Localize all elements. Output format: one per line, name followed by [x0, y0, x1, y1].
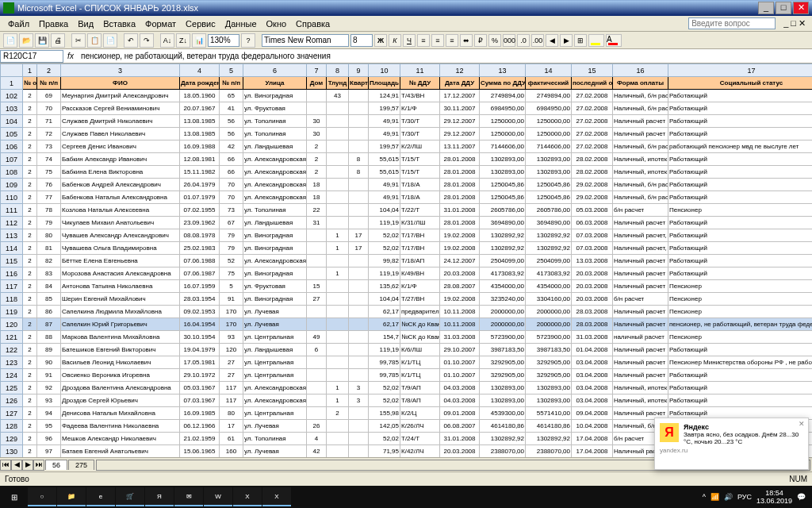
row-header[interactable]: 121 — [1, 331, 23, 344]
row-header[interactable]: 117 — [1, 280, 23, 293]
store-icon[interactable]: 🛒 — [116, 487, 144, 506]
tray-notif-icon[interactable]: 💬 — [797, 493, 806, 501]
row-header[interactable]: 112 — [1, 217, 23, 229]
indent-dec-icon[interactable]: ◀ — [546, 34, 558, 47]
explorer-icon[interactable]: 📁 — [57, 487, 86, 506]
menu-insert[interactable]: Вставка — [98, 19, 140, 29]
table-row[interactable]: 102269Меунаргия Дмитрий Александрович18.… — [1, 90, 813, 102]
dec-inc-icon[interactable]: .0 — [517, 34, 530, 47]
table-row[interactable]: 111278Козлова Наталья Алексеевна07.02.19… — [1, 204, 813, 217]
table-row[interactable]: 106273Сергеев Денис Иванович16.09.198842… — [1, 140, 813, 153]
table-row[interactable]: 121288Маркова Валентина Михайловна30.10.… — [1, 331, 813, 344]
row-header[interactable]: 115 — [1, 255, 23, 267]
row-header[interactable]: 110 — [1, 191, 23, 204]
cortana-icon[interactable]: ○ — [28, 487, 56, 506]
table-row[interactable]: 115282Бёттке Елена Евгеньевна07.06.19885… — [1, 255, 813, 267]
mail-icon[interactable]: ✉ — [174, 487, 203, 506]
menu-window[interactable]: Окно — [262, 19, 292, 29]
text-color-icon[interactable]: A — [606, 34, 622, 47]
currency-icon[interactable]: ₽ — [474, 34, 487, 47]
fx-icon[interactable]: fx — [63, 52, 78, 60]
tray-volume-icon[interactable]: 🔊 — [724, 493, 733, 501]
row-header[interactable]: 102 — [1, 90, 23, 102]
row-header[interactable]: 105 — [1, 128, 23, 140]
word-icon[interactable]: W — [204, 487, 232, 506]
sort-asc-icon[interactable]: A↓ — [160, 33, 174, 48]
fill-color-icon[interactable] — [588, 34, 604, 47]
borders-icon[interactable]: ⊞ — [574, 34, 587, 47]
excel2-icon[interactable]: X — [262, 487, 291, 506]
table-row[interactable]: 107274Бабкин Александр Иванович12.08.198… — [1, 153, 813, 166]
worksheet-grid[interactable]: 1234567891011121314151617 1№ очеред№ п/п… — [0, 64, 812, 457]
start-button[interactable]: ⊞ — [2, 487, 27, 506]
tray-network-icon[interactable]: 📶 — [710, 493, 719, 501]
cut-icon[interactable]: ✂ — [71, 33, 86, 48]
sheet-nav-first[interactable]: ⏮ — [0, 460, 11, 471]
sheet-tab[interactable]: 275 — [68, 460, 94, 470]
align-left-icon[interactable]: ≡ — [417, 34, 430, 47]
row-header[interactable]: 120 — [1, 318, 23, 331]
redo-icon[interactable]: ↷ — [140, 33, 154, 48]
table-row[interactable]: 113280Чувашев Александр Александрович08.… — [1, 229, 813, 242]
yandex-icon[interactable]: Я — [145, 487, 174, 506]
tray-up-icon[interactable]: ^ — [703, 493, 706, 501]
menu-tools[interactable]: Сервис — [181, 19, 220, 29]
row-header[interactable]: 129 — [1, 433, 23, 445]
table-row[interactable]: 109276Бабенков Андрей Александрович26.04… — [1, 179, 813, 191]
menu-view[interactable]: Вид — [73, 19, 98, 29]
excel-icon[interactable]: X — [233, 487, 262, 506]
row-header[interactable]: 104 — [1, 115, 23, 128]
name-box[interactable]: R120C17 — [0, 50, 63, 63]
print-icon[interactable]: 🖨 — [51, 33, 65, 48]
help-icon[interactable]: ? — [241, 33, 255, 48]
row-header[interactable]: 126 — [1, 394, 23, 407]
row-header[interactable]: 114 — [1, 242, 23, 255]
row-header[interactable]: 123 — [1, 356, 23, 369]
table-row[interactable]: 118285Шерин Евгений Михайлович28.03.1954… — [1, 293, 813, 306]
merge-icon[interactable]: ⬌ — [460, 34, 473, 47]
menu-format[interactable]: Формат — [140, 19, 181, 29]
menu-help[interactable]: Справка — [291, 19, 335, 29]
sheet-nav-last[interactable]: ⏭ — [33, 460, 44, 471]
row-header[interactable]: 128 — [1, 420, 23, 433]
table-row[interactable]: 119286Сапелкина Людмила Михайловна09.02.… — [1, 306, 813, 318]
table-row[interactable]: 124291Овсиенко Вероника Игоревна29.10.19… — [1, 369, 813, 382]
row-header[interactable]: 107 — [1, 153, 23, 166]
row-header[interactable]: 119 — [1, 306, 23, 318]
row-header[interactable]: 116 — [1, 267, 23, 280]
row-header[interactable]: 124 — [1, 369, 23, 382]
table-row[interactable]: 108275Бабкина Елена Викторовна15.11.1982… — [1, 166, 813, 179]
notif-close-icon[interactable]: ✕ — [799, 420, 805, 428]
row-header[interactable]: 109 — [1, 179, 23, 191]
select-all[interactable] — [1, 64, 23, 77]
table-row[interactable]: 123290Васильев Леонид Николаевич17.05.19… — [1, 356, 813, 369]
column-headers[interactable]: 1234567891011121314151617 — [1, 64, 813, 77]
zoom-select[interactable] — [208, 34, 239, 47]
row-header[interactable]: 122 — [1, 344, 23, 356]
font-select[interactable] — [262, 34, 349, 47]
undo-icon[interactable]: ↶ — [124, 33, 138, 48]
row-header[interactable]: 125 — [1, 382, 23, 394]
row-header[interactable]: 106 — [1, 140, 23, 153]
table-row[interactable]: 105272Служаев Павел Николаевич13.08.1985… — [1, 128, 813, 140]
paste-icon[interactable]: 📄 — [103, 33, 117, 48]
formula-input[interactable]: пенсионер, не работающий, ветеран труда … — [78, 52, 812, 60]
row-header[interactable]: 118 — [1, 293, 23, 306]
menu-inner-close[interactable]: _ □ ✕ — [780, 18, 809, 29]
underline-icon[interactable]: Ч — [403, 34, 416, 47]
tray-lang[interactable]: РУС — [737, 493, 752, 501]
align-right-icon[interactable]: ≡ — [446, 34, 458, 47]
table-row[interactable]: 122289Батешиков Евгений Викторович19.04.… — [1, 344, 813, 356]
table-row[interactable]: 126293Дроздов Сергей Юрьевич07.03.196711… — [1, 394, 813, 407]
table-row[interactable]: 117284Антонова Татьяна Николаевна16.07.1… — [1, 280, 813, 293]
sort-desc-icon[interactable]: Z↓ — [176, 33, 190, 48]
tray-time[interactable]: 18:54 — [756, 489, 792, 497]
question-input[interactable] — [688, 17, 776, 29]
restore-button[interactable]: □ — [776, 2, 791, 14]
sheet-nav-prev[interactable]: ◀ — [11, 460, 22, 471]
menu-data[interactable]: Данные — [220, 19, 262, 29]
align-center-icon[interactable]: ≡ — [431, 34, 444, 47]
row-header[interactable]: 130 — [1, 445, 23, 458]
table-row[interactable]: 120287Сапелкин Юрий Григорьевич16.04.195… — [1, 318, 813, 331]
sheet-nav-next[interactable]: ▶ — [22, 460, 33, 471]
